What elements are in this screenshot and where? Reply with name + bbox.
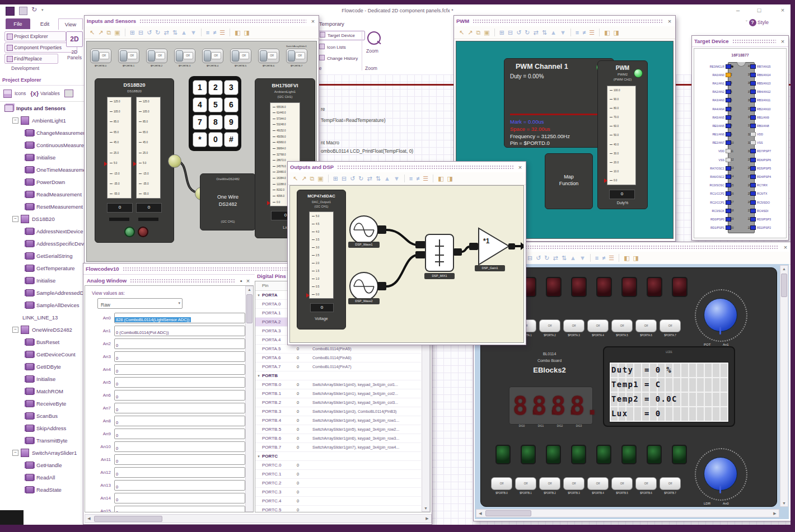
outputs-dsp-titlebar[interactable]: Outputs and DSP × [288, 162, 526, 173]
analog-scrollbar[interactable]: ▲ [245, 286, 254, 512]
expand-toggle-icon[interactable]: − [12, 450, 18, 456]
align-bottom-icon[interactable]: ▼ [190, 29, 197, 36]
tree-item-addressnextdevice[interactable]: AddressNextDevice [0, 225, 87, 237]
dock-icon[interactable]: ▪ [238, 277, 245, 284]
digital-row-portb-1[interactable]: PORTB.10SwitchArraySlider1(pin1), keypad… [255, 389, 421, 398]
close-icon[interactable]: × [517, 164, 523, 171]
board-switch-portb-2[interactable]: Off [539, 477, 560, 490]
pot-knob[interactable] [704, 298, 737, 332]
variables-icon[interactable]: {x} [30, 90, 39, 97]
keypad-key-8[interactable]: 8 [208, 115, 223, 130]
digital-row-portc-1[interactable]: PORTC.10 [255, 470, 421, 479]
tree-item-samplealldevices[interactable]: SampleAllDevices [0, 299, 87, 311]
tree-item-ambientlight1[interactable]: −AmbientLight1 [0, 114, 87, 126]
board-switch-portb-6[interactable]: Off [635, 477, 657, 490]
analog-value-field[interactable]: 0 [114, 416, 245, 426]
bring-front-icon[interactable]: ◧ [604, 29, 610, 36]
properties-icon[interactable]: ☰ [589, 29, 595, 36]
keypad-key-hash[interactable]: # [224, 132, 238, 147]
board-switch-porta-6[interactable]: Off [635, 319, 657, 332]
analog-value-field[interactable]: 0 (ComboBL0114(Pot ADC)) [114, 326, 245, 336]
digital-row-portc-3[interactable]: PORTC.30 [255, 488, 421, 497]
tree-item-onewireds2482[interactable]: −OneWireDS2482 [0, 323, 87, 336]
bring-front-icon[interactable]: ◧ [624, 255, 629, 262]
dsp-wave1-label[interactable]: DSP_Wave1 [348, 242, 380, 248]
rotate-left-icon[interactable]: ↺ [350, 175, 355, 182]
digital-row-portb-3[interactable]: PORTB.30SwitchArraySlider1(pin3), ComboB… [255, 407, 421, 416]
tree-item-ds18b20[interactable]: −DS18B20 [0, 213, 87, 225]
analog-value-field[interactable]: 0 [114, 403, 245, 413]
analog-value-field[interactable]: 0 [114, 364, 245, 375]
analog-value-field[interactable]: 0 [114, 480, 245, 491]
group-items-icon[interactable]: ≡ [595, 255, 598, 261]
project-explorer-header[interactable]: Project Explorer [0, 74, 87, 86]
align-bottom-icon[interactable]: ▼ [579, 255, 586, 261]
view-values-dropdown[interactable]: Raw ▾ [97, 298, 183, 309]
bring-front-icon[interactable]: ◧ [438, 175, 443, 182]
flip-vertical-icon[interactable]: ⇅ [542, 29, 547, 36]
tab-temporary[interactable]: Temporary [319, 18, 353, 29]
dsp-wave2-label[interactable]: DSP_Wave2 [348, 298, 380, 304]
add-component-icon[interactable]: ⊞ [333, 175, 338, 182]
select-arrow-icon[interactable]: ↖ [90, 29, 95, 36]
ribbon-target-device-toggle[interactable]: Target Device [317, 31, 365, 40]
board-switch-porta-5[interactable]: Off [611, 319, 633, 332]
scroll-up-icon[interactable]: ▲ [246, 288, 253, 291]
group-items-icon[interactable]: ≡ [576, 29, 579, 36]
digital-row-portc-5[interactable]: PORTC.50 [255, 506, 421, 512]
tree-item-transmitbyte[interactable]: TransmitByte [0, 434, 87, 446]
tree-item-inputs-and-sensors[interactable]: Inputs and Sensors [0, 102, 87, 114]
align-top-icon[interactable]: ▲ [181, 29, 187, 36]
tree-item-gethandle[interactable]: GetHandle [0, 459, 87, 471]
group-items-icon[interactable]: ≡ [206, 29, 209, 36]
digital-row-portb-7[interactable]: PORTB.70SwitchArraySlider1(pin7), keypad… [255, 443, 421, 452]
tree-item-continuousmeasure[interactable]: ContinuousMeasure... [0, 139, 87, 151]
delete-component-icon[interactable]: ⊟ [527, 255, 532, 262]
digital-row-portc[interactable]: ▾PORTC [255, 452, 421, 461]
copy-icon[interactable]: ⧉ [476, 29, 480, 36]
align-bottom-icon[interactable]: ▼ [394, 175, 400, 182]
tree-item-busreset[interactable]: BusReset [0, 336, 87, 348]
paste-icon[interactable]: ▣ [114, 29, 120, 36]
board-switch-portb-4[interactable]: Off [587, 477, 609, 490]
add-component-icon[interactable]: ⊞ [130, 29, 135, 36]
board-switch-portb-3[interactable]: Off [563, 477, 584, 490]
send-back-icon[interactable]: ◨ [633, 255, 639, 262]
board-vertical-scrollbar[interactable]: ▲ ▼ [780, 265, 788, 507]
board-switch-porta-3[interactable]: Off [563, 319, 584, 332]
variables-tab[interactable]: Variables [40, 91, 60, 96]
keypad-key-6[interactable]: 6 [224, 97, 238, 112]
align-top-icon[interactable]: ▲ [550, 29, 556, 36]
dsp-mixer-label[interactable]: DSP_MIX1 [424, 273, 455, 279]
pwm-window-titlebar[interactable]: PWM × [454, 16, 675, 27]
keypad-key-star[interactable]: * [193, 132, 207, 147]
slide-switch-portb-2[interactable]: Off [146, 49, 167, 63]
ds18b20-green-button[interactable] [124, 227, 135, 237]
wire-mode-icon[interactable]: ≠ [582, 29, 586, 36]
digital-row-porta-6[interactable]: PORTA.60ComboBL0114(PinA6) [255, 354, 421, 362]
analog-value-field[interactable]: 0 [114, 454, 245, 465]
zoom-button-caption[interactable]: Zoom [366, 48, 378, 54]
delete-component-icon[interactable]: ⊟ [138, 29, 143, 36]
pwm-gauge-scale[interactable]: 100.090.080.070.060.050.040.030.020.010.… [607, 86, 636, 185]
tree-item-matchrom[interactable]: MatchROM [0, 385, 87, 397]
icons-tab[interactable]: Icons [15, 91, 26, 96]
flip-horizontal-icon[interactable]: ⇄ [553, 255, 558, 262]
keypad-key-9[interactable]: 9 [224, 115, 238, 130]
analog-value-field[interactable]: 0 [114, 467, 245, 478]
select-arrow-icon[interactable]: ↖ [459, 29, 464, 36]
analog-value-field[interactable]: 828 (ComboBL0114(LightSensor ADC)) [114, 313, 245, 323]
delete-component-icon[interactable]: ⊟ [342, 175, 347, 182]
scroll-down-icon[interactable]: ▼ [780, 501, 788, 505]
chip-icon[interactable] [64, 90, 73, 97]
group-items-icon[interactable]: ≡ [409, 175, 413, 182]
save-icon[interactable] [19, 7, 27, 15]
board-switch-portb-1[interactable]: Off [515, 477, 536, 490]
digital-row-portc-0[interactable]: PORTC.00 [255, 461, 421, 470]
tree-item-sampleaddressedd[interactable]: SampleAddressedD... [0, 286, 87, 299]
board-switch-porta-4[interactable]: Off [587, 319, 609, 332]
expand-toggle-icon[interactable]: − [12, 117, 18, 124]
slide-switch-portb-5[interactable]: Off [230, 49, 251, 63]
board-switch-porta-2[interactable]: Off [539, 319, 560, 332]
rotate-left-icon[interactable]: ↺ [536, 255, 541, 262]
